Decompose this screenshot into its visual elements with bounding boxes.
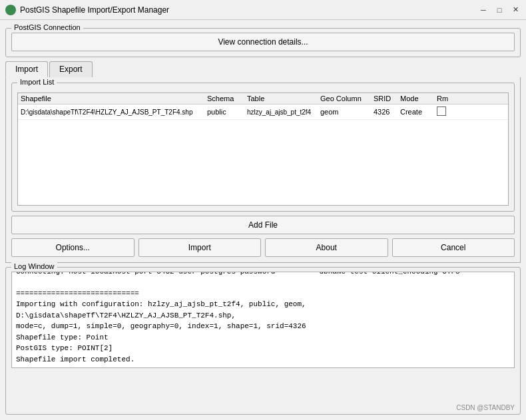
col-header-shapefile: Shapefile bbox=[21, 95, 207, 103]
action-buttons-row: Options... Import About Cancel bbox=[11, 238, 515, 257]
log-line: mode=c, dump=1, simple=0, geography=0, i… bbox=[16, 321, 510, 332]
cell-shapefile: D:\gisdata\shapeTf\T2F4\HZLZY_AJ_AJSB_PT… bbox=[21, 108, 207, 116]
cell-srid: 4326 bbox=[374, 108, 400, 116]
cell-rm bbox=[437, 106, 453, 117]
rm-checkbox[interactable] bbox=[437, 106, 446, 116]
tab-export[interactable]: Export bbox=[49, 61, 93, 77]
col-header-mode: Mode bbox=[400, 95, 437, 103]
import-button[interactable]: Import bbox=[138, 238, 262, 257]
watermark: CSDN @STANDBY bbox=[456, 404, 515, 411]
log-line bbox=[16, 277, 510, 288]
col-header-rm: Rm bbox=[437, 95, 453, 103]
titlebar: PostGIS Shapefile Import/Export Manager … bbox=[0, 0, 526, 20]
import-list-table: Shapefile Schema Table Geo Column SRID M… bbox=[17, 93, 509, 206]
cell-mode: Create bbox=[400, 108, 437, 116]
col-header-geo: Geo Column bbox=[320, 95, 374, 103]
window-title: PostGIS Shapefile Import/Export Manager bbox=[20, 5, 478, 15]
tab-area: Import Export Import List Shapefile Sche… bbox=[5, 61, 521, 263]
app-icon bbox=[5, 5, 16, 15]
col-header-schema: Schema bbox=[207, 95, 247, 103]
table-header: Shapefile Schema Table Geo Column SRID M… bbox=[18, 93, 508, 105]
tab-content-import: Import List Shapefile Schema Table Geo C… bbox=[5, 77, 521, 263]
about-button[interactable]: About bbox=[265, 238, 388, 257]
maximize-button[interactable]: □ bbox=[494, 5, 505, 15]
col-header-srid: SRID bbox=[374, 95, 400, 103]
connection-legend: PostGIS Connection bbox=[11, 23, 83, 31]
log-line: ============================ bbox=[16, 288, 510, 300]
add-file-row: Add File bbox=[11, 216, 515, 234]
view-connection-button[interactable]: View connection details... bbox=[11, 33, 515, 51]
log-line: Importing with configuration: hzlzy_aj_a… bbox=[16, 299, 510, 321]
log-line: PostGIS type: POINT[2] bbox=[16, 343, 510, 354]
log-line: Shapefile type: Point bbox=[16, 332, 510, 343]
import-list-legend: Import List bbox=[17, 78, 57, 86]
close-button[interactable]: ✕ bbox=[510, 5, 521, 15]
cell-table: hzlzy_aj_ajsb_pt_t2f4 bbox=[247, 108, 320, 116]
log-content[interactable]: Connection succeeded.Connecting: host=lo… bbox=[11, 272, 515, 368]
cancel-button[interactable]: Cancel bbox=[392, 238, 515, 257]
log-line: Shapefile import completed. bbox=[16, 354, 510, 365]
window-controls: ─ □ ✕ bbox=[478, 5, 521, 15]
log-groupbox: Log Window Connection succeeded.Connecti… bbox=[5, 267, 521, 415]
minimize-button[interactable]: ─ bbox=[478, 5, 489, 15]
table-row[interactable]: D:\gisdata\shapeTf\T2F4\HZLZY_AJ_AJSB_PT… bbox=[18, 105, 508, 120]
log-line: Connecting: host=localhost port=5432 use… bbox=[16, 272, 510, 277]
cell-schema: public bbox=[207, 108, 247, 116]
tab-bar: Import Export bbox=[5, 61, 521, 78]
import-list-groupbox: Import List Shapefile Schema Table Geo C… bbox=[11, 83, 515, 212]
add-file-button[interactable]: Add File bbox=[11, 216, 515, 234]
cell-geo: geom bbox=[320, 108, 374, 116]
main-content: PostGIS Connection View connection detai… bbox=[0, 20, 526, 420]
log-legend: Log Window bbox=[11, 262, 57, 270]
connection-groupbox: PostGIS Connection View connection detai… bbox=[5, 28, 521, 57]
options-button[interactable]: Options... bbox=[11, 238, 134, 257]
col-header-table: Table bbox=[247, 95, 320, 103]
tab-import[interactable]: Import bbox=[5, 61, 48, 77]
